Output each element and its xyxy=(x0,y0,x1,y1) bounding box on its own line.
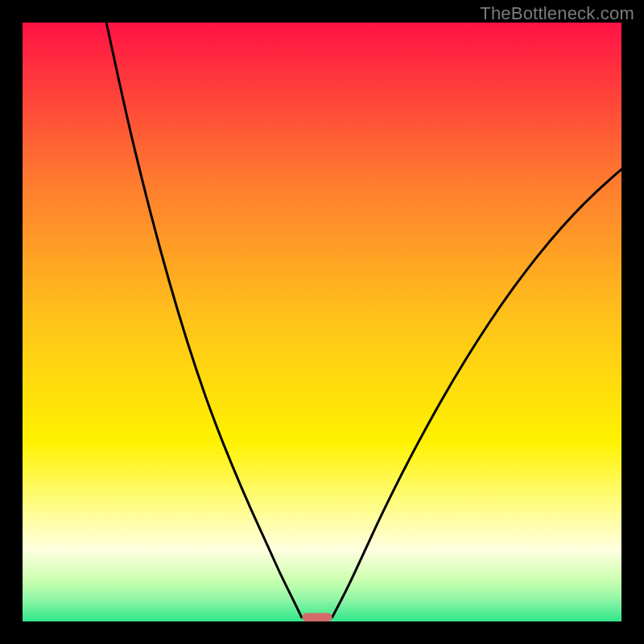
watermark-text: TheBottleneck.com xyxy=(480,3,634,24)
target-marker xyxy=(302,613,332,621)
chart-frame: TheBottleneck.com xyxy=(0,0,644,644)
bottleneck-curve-plot xyxy=(23,23,621,621)
plot-background xyxy=(23,23,621,621)
